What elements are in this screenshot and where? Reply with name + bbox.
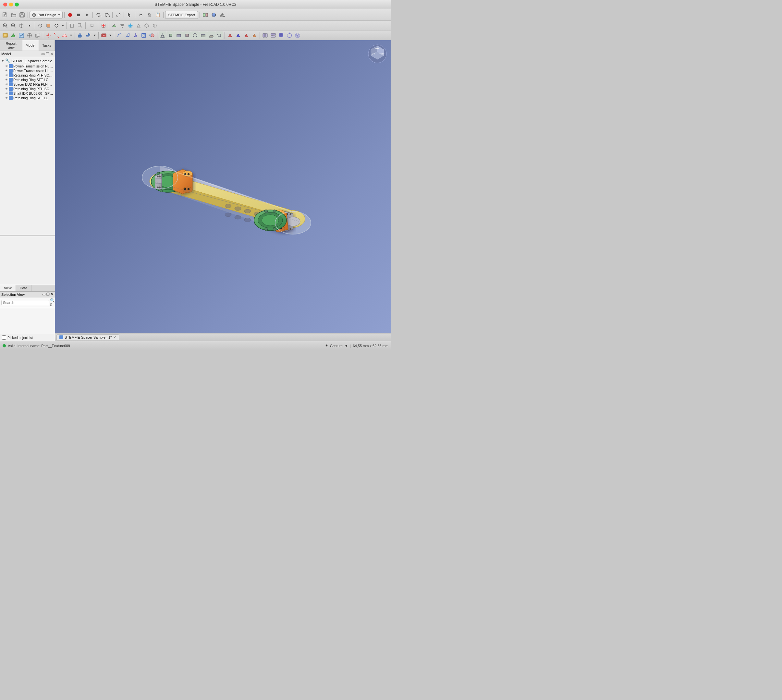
pd-clone-button[interactable] bbox=[34, 32, 42, 39]
visibility-icon-6[interactable]: 👁 bbox=[5, 92, 8, 95]
open-button[interactable] bbox=[10, 11, 18, 19]
tab-view[interactable]: View bbox=[0, 285, 16, 291]
tree-item-7[interactable]: 👁 Retaining Ring SFT LCT RDL TRH-H ASYM … bbox=[0, 96, 55, 100]
visibility-icon-7[interactable]: 👁 bbox=[5, 96, 8, 100]
pd-subtractive-arrow[interactable]: ▼ bbox=[108, 32, 113, 39]
viewport-tab-close-icon[interactable]: ✕ bbox=[113, 335, 116, 340]
pd-additive-arrow[interactable]: ▼ bbox=[92, 32, 97, 39]
tab-report-view[interactable]: Report view bbox=[0, 40, 22, 51]
view-button-3[interactable] bbox=[218, 11, 226, 19]
play-macro-button[interactable] bbox=[83, 11, 91, 19]
view-isometric-button[interactable] bbox=[191, 32, 199, 39]
view-right-button[interactable] bbox=[183, 32, 191, 39]
pd-chamfer-button[interactable] bbox=[123, 32, 132, 39]
view-left-button[interactable] bbox=[215, 32, 223, 39]
tab-data[interactable]: Data bbox=[16, 285, 32, 291]
pd-datum-point[interactable] bbox=[45, 32, 52, 39]
tree-item-1[interactable]: 👁 Power-Transmission Hub PLN IDX FXD BU.… bbox=[0, 68, 55, 73]
viewport-tab-main[interactable]: STEMFIE Spacer Sample : 1* ✕ bbox=[57, 335, 119, 340]
pd-pattern-button[interactable] bbox=[277, 32, 285, 39]
close-panel-icon[interactable]: ✕ bbox=[50, 52, 53, 56]
pd-attach-button[interactable] bbox=[26, 32, 33, 39]
tree-item-5[interactable]: 👁 Retaining Ring PTH SCL LCT RDL TRH-H S… bbox=[0, 87, 55, 91]
tree-item-0[interactable]: 👁 Power-Transmission Hub PLN IDX FXD BU.… bbox=[0, 64, 55, 68]
save-button[interactable] bbox=[18, 11, 26, 19]
viewport-3d[interactable]: TOP LEFT FRONT bbox=[55, 40, 391, 341]
pd-pad-button[interactable] bbox=[76, 32, 84, 39]
close-button[interactable] bbox=[3, 3, 7, 7]
redo-button[interactable]: ▼ bbox=[103, 11, 111, 19]
draw-style-button[interactable] bbox=[36, 22, 44, 30]
pd-datum-line[interactable] bbox=[53, 32, 60, 39]
clip-button[interactable] bbox=[100, 22, 107, 30]
restore-panel-icon[interactable]: ❐ bbox=[46, 52, 49, 56]
pd-body-button[interactable] bbox=[1, 32, 9, 39]
view-extra2-button[interactable] bbox=[135, 22, 142, 30]
tab-tasks[interactable]: Tasks bbox=[39, 40, 55, 51]
view-extra-button[interactable] bbox=[127, 22, 134, 30]
minimize-button[interactable] bbox=[9, 3, 13, 7]
stop-macro-button[interactable] bbox=[75, 11, 82, 19]
tree-item-4[interactable]: 👁 Spacer BUD FRE PLN BU01.25x03.00 - SP.… bbox=[0, 82, 55, 87]
undo-button[interactable]: ▼ bbox=[94, 11, 102, 19]
view-back-button[interactable] bbox=[199, 32, 207, 39]
pointer-button[interactable] bbox=[125, 11, 133, 19]
draw-style-arrow[interactable]: ▼ bbox=[61, 22, 65, 30]
pd-revolve-button[interactable] bbox=[84, 32, 92, 39]
view-front-button[interactable] bbox=[175, 32, 183, 39]
view-extra4-button[interactable] bbox=[151, 22, 159, 30]
minimize-panel-icon[interactable]: ▭ bbox=[41, 52, 45, 56]
paste-button[interactable]: 📋 bbox=[154, 11, 162, 19]
tab-model[interactable]: Model bbox=[22, 40, 39, 51]
view-button-1[interactable] bbox=[202, 11, 209, 19]
refresh-button[interactable] bbox=[114, 11, 122, 19]
workbench-selector[interactable]: Part Design ▼ bbox=[30, 11, 63, 19]
pd-thickness-button[interactable] bbox=[140, 32, 148, 39]
pd-mirror2[interactable] bbox=[269, 32, 277, 39]
select-area-button[interactable] bbox=[76, 22, 84, 30]
draw-style-2-button[interactable] bbox=[45, 22, 52, 30]
pd-datum-plane[interactable] bbox=[61, 32, 68, 39]
tree-root-item[interactable]: ▼ 🔧 STEMFIE Spacer Sample bbox=[0, 58, 55, 64]
pd-mirror1[interactable] bbox=[261, 32, 269, 39]
visibility-icon-1[interactable]: 👁 bbox=[5, 69, 8, 72]
pd-extra2[interactable] bbox=[234, 32, 242, 39]
pd-extra1[interactable] bbox=[226, 32, 234, 39]
view-button-2[interactable] bbox=[210, 11, 218, 19]
gesture-dropdown-icon[interactable]: ▼ bbox=[345, 344, 348, 348]
search-icon[interactable]: 🔍 0 bbox=[50, 298, 55, 307]
view-home-button[interactable] bbox=[159, 32, 167, 39]
pd-boolean-button[interactable] bbox=[148, 32, 156, 39]
pd-polar-pattern[interactable] bbox=[285, 32, 293, 39]
visibility-icon-2[interactable]: 👁 bbox=[5, 73, 8, 77]
texture-button[interactable] bbox=[110, 22, 118, 30]
search-input[interactable] bbox=[1, 300, 49, 305]
stereo-button[interactable]: ❏ bbox=[87, 22, 97, 30]
pd-pocket-button[interactable] bbox=[100, 32, 108, 39]
pd-fillet-button[interactable] bbox=[115, 32, 123, 39]
view-arrow-button[interactable]: ▼ bbox=[26, 22, 33, 30]
pd-extra3[interactable] bbox=[242, 32, 250, 39]
tree-item-3[interactable]: 👁 Retaining Ring SFT LCT RDL TRH-H ASYM … bbox=[0, 78, 55, 82]
view-bottom-button[interactable] bbox=[207, 32, 215, 39]
pd-draft-button[interactable] bbox=[132, 32, 140, 39]
visibility-icon-4[interactable]: 👁 bbox=[5, 83, 8, 86]
visibility-icon-3[interactable]: 👁 bbox=[5, 78, 8, 82]
new-button[interactable] bbox=[1, 11, 9, 19]
window-controls[interactable] bbox=[3, 3, 19, 7]
view-top-button[interactable] bbox=[167, 32, 175, 39]
pd-extra4[interactable] bbox=[250, 32, 258, 39]
model-panel-header-controls[interactable]: ▭ ❐ ✕ bbox=[41, 52, 53, 56]
copy-button[interactable]: ⎘ bbox=[145, 11, 153, 19]
selection-header-controls[interactable]: ▭ ❐ ✕ bbox=[42, 292, 53, 297]
zoom-fit-button[interactable] bbox=[68, 22, 76, 30]
visibility-icon-0[interactable]: 👁 bbox=[5, 65, 8, 68]
pd-sketch-button[interactable] bbox=[18, 32, 25, 39]
restore-sel-icon[interactable]: ❐ bbox=[47, 292, 50, 297]
close-sel-icon[interactable]: ✕ bbox=[51, 292, 53, 297]
visibility-icon-5[interactable]: 👁 bbox=[5, 87, 8, 90]
nav-cube[interactable]: TOP LEFT FRONT bbox=[368, 44, 387, 63]
zoom-out-button[interactable] bbox=[9, 22, 17, 30]
tree-item-6[interactable]: 👁 Shaft IDX BU05.00 - SPN-SFT-0140 (stem… bbox=[0, 91, 55, 96]
pd-scaled-pattern[interactable] bbox=[293, 32, 302, 39]
